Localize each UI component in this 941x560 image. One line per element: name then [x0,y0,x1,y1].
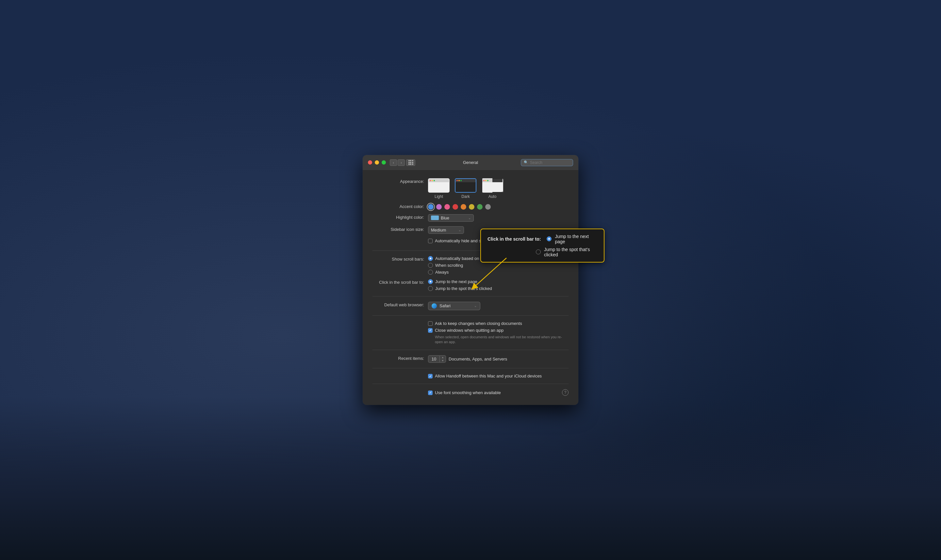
highlight-color-value: Blue [441,215,449,220]
scroll-bar-scrolling-label: When scrolling [435,263,463,268]
scroll-bar-auto-btn[interactable] [428,256,433,261]
highlight-color-label: Highlight color: [372,214,428,220]
highlight-dropdown-arrow: ⌄ [468,216,471,220]
auto-hide-checkbox[interactable] [428,239,433,243]
close-windows-sublabel: When selected, open documents and window… [435,335,569,345]
click-scroll-next-radio[interactable]: Jump to the next page [428,279,569,284]
click-scroll-next-btn[interactable] [428,279,433,284]
click-scroll-next-label: Jump to the next page [435,279,477,284]
scroll-bar-scrolling-btn[interactable] [428,263,433,268]
recent-items-suffix: Documents, Apps, and Servers [449,357,507,362]
accent-colors [428,203,569,210]
grid-button[interactable] [406,159,415,166]
stepper-arrows: ▲ ▼ [440,356,446,362]
accent-orange[interactable] [461,204,466,210]
scroll-bar-always-radio[interactable]: Always [428,270,569,275]
separator-3 [372,315,569,316]
browser-value: Safari [440,303,450,308]
scroll-bar-always-label: Always [435,270,449,275]
traffic-lights [368,160,386,165]
browser-arrow: ⌄ [474,304,477,308]
sidebar-size-dropdown[interactable]: Medium ⌄ [428,226,464,234]
back-button[interactable]: ‹ [390,159,397,166]
recent-items-label: Recent items: [372,355,428,361]
callout-header-row: Click in the scroll bar to: Jump to the … [487,234,597,244]
browser-dropdown[interactable]: Safari ⌄ [428,302,480,310]
stepper-down[interactable]: ▼ [440,359,446,362]
window-title: General [463,160,478,165]
scroll-bar-scrolling-radio[interactable]: When scrolling [428,263,569,268]
accent-graphite[interactable] [485,204,491,210]
search-input[interactable] [530,160,570,165]
browser-row: Default web browser: Safari ⌄ [372,302,569,310]
browser-control: Safari ⌄ [428,302,569,310]
click-scroll-spot-label: Jump to the spot that's clicked [435,286,492,291]
callout-radio-1[interactable] [547,236,552,241]
close-button[interactable] [368,160,372,165]
help-button[interactable]: ? [562,389,569,396]
ask-keep-checkbox[interactable] [428,321,433,326]
handoff-row: Allow Handoff between this Mac and your … [372,374,569,378]
search-icon: 🔍 [524,160,528,165]
font-smoothing-checkbox[interactable] [428,391,433,395]
recent-items-value: 10 [428,355,440,362]
accent-yellow[interactable] [469,204,474,210]
accent-pink[interactable] [444,204,450,210]
browser-label: Default web browser: [372,302,428,307]
click-scroll-control: Jump to the next page Jump to the spot t… [428,279,569,291]
close-windows-label: Close windows when quitting an app [435,328,503,333]
stepper-up[interactable]: ▲ [440,356,446,359]
scroll-bar-always-btn[interactable] [428,270,433,275]
callout-radio-2[interactable] [536,249,541,254]
recent-items-controls: 10 ▲ ▼ Documents, Apps, and Servers [428,355,569,363]
font-smoothing-row: Use font smoothing when available ? [372,389,569,396]
highlight-color-dropdown[interactable]: Blue ⌄ [428,214,474,222]
recent-items-row: Recent items: 10 ▲ ▼ Documents, Apps, an… [372,355,569,363]
titlebar: ‹ › General 🔍 [363,155,578,171]
search-box[interactable]: 🔍 [521,159,573,166]
recent-items-control: 10 ▲ ▼ Documents, Apps, and Servers [428,355,569,363]
dark-thumb [455,178,477,193]
highlight-swatch [431,215,439,220]
appearance-options: Light Dark [428,178,569,199]
separator-4 [372,350,569,350]
nav-buttons: ‹ › [390,159,405,166]
appearance-label: Appearance: [372,178,428,184]
forward-button[interactable]: › [398,159,405,166]
accent-green[interactable] [477,204,483,210]
separator-5 [372,368,569,368]
appearance-dark[interactable]: Dark [455,178,477,199]
show-scroll-bars-label: Show scroll bars: [372,256,428,262]
accent-red[interactable] [452,204,458,210]
separator-6 [372,384,569,384]
accent-blue[interactable] [428,204,433,210]
recent-items-stepper[interactable]: 10 ▲ ▼ [428,355,446,363]
ask-keep-label: Ask to keep changes when closing documen… [435,321,522,326]
minimize-button[interactable] [375,160,379,165]
close-windows-checkbox[interactable] [428,328,433,333]
maximize-button[interactable] [382,160,386,165]
callout-overlay: Click in the scroll bar to: Jump to the … [480,229,605,263]
highlight-color-row: Highlight color: Blue ⌄ [372,214,569,222]
callout-option2-row: Jump to the spot that's clicked [487,247,597,257]
close-windows-row: Close windows when quitting an app When … [372,328,569,345]
click-scroll-spot-radio[interactable]: Jump to the spot that's clicked [428,286,569,291]
sidebar-size-value: Medium [431,228,446,232]
click-scroll-spot-btn[interactable] [428,286,433,291]
handoff-label: Allow Handoff between this Mac and your … [435,374,542,378]
settings-window: ‹ › General 🔍 Appearance: [363,155,578,405]
click-scroll-label: Click in the scroll bar to: [372,279,428,285]
accent-purple[interactable] [436,204,442,210]
accent-color-row: Accent color: [372,203,569,210]
handoff-checkbox[interactable] [428,374,433,378]
appearance-control: Light Dark [428,178,569,199]
font-smoothing-label: Use font smoothing when available [435,390,501,395]
click-scroll-row: Click in the scroll bar to: Jump to the … [372,279,569,291]
appearance-auto[interactable]: Auto [481,178,503,199]
light-label: Light [435,194,443,199]
sidebar-size-arrow: ⌄ [458,228,461,232]
auto-label: Auto [489,194,497,199]
accent-color-control [428,203,569,210]
dark-label: Dark [461,194,469,199]
appearance-light[interactable]: Light [428,178,450,199]
